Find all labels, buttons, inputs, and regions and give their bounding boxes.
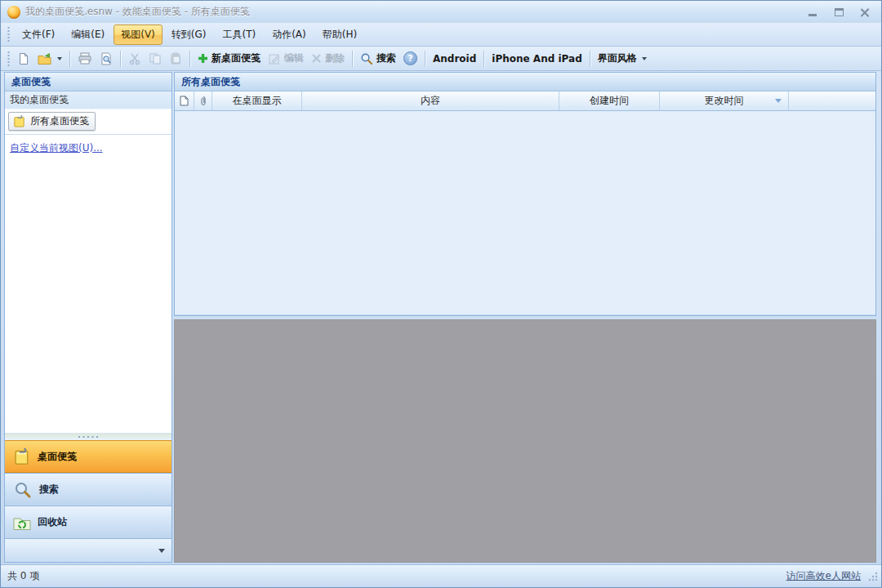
menubar: 文件(F) 编辑(E) 视图(V) 转到(G) 工具(T) 动作(A) 帮助(H… (1, 23, 881, 47)
print-preview-icon (100, 52, 113, 65)
sidebar-item-all-notes[interactable]: 所有桌面便笺 (8, 112, 96, 131)
maximize-button[interactable] (832, 7, 845, 18)
sidebar-header-label: 桌面便笺 (11, 75, 51, 89)
iphone-ipad-button[interactable]: iPhone And iPad (488, 49, 585, 69)
open-dropdown-icon (57, 57, 62, 60)
help-button[interactable] (400, 49, 421, 69)
open-file-button[interactable] (34, 49, 65, 69)
delete-icon (311, 53, 322, 64)
nav-recycle-bin-label: 回收站 (38, 515, 67, 529)
menu-item-edit[interactable]: 编辑(E) (64, 24, 112, 45)
column-filler (789, 91, 875, 110)
cut-button (125, 49, 145, 69)
titlebar: 我的桌面便笺.esnw - 效能桌面便笺 - 所有桌面便笺 (1, 1, 881, 23)
nav-desktop-notes[interactable]: 桌面便笺 (5, 440, 172, 473)
menu-item-help[interactable]: 帮助(H) (315, 24, 364, 45)
toolbar-separator (483, 51, 484, 67)
sort-descending-icon (775, 99, 782, 103)
menubar-grip[interactable] (7, 27, 11, 42)
minimize-button[interactable] (806, 7, 819, 18)
sidebar-filler (5, 162, 172, 433)
list-header: 所有桌面便笺 (175, 73, 875, 91)
nav-search[interactable]: 搜索 (5, 473, 172, 506)
plus-icon (198, 53, 208, 64)
open-folder-icon (38, 52, 52, 65)
list-header-label: 所有桌面便笺 (181, 75, 240, 89)
customize-view-link[interactable]: 自定义当前视图(U)... (10, 142, 103, 154)
column-modified-time[interactable]: 更改时间 (660, 91, 789, 110)
main-panel: 所有桌面便笺 在桌面显示 (174, 72, 876, 563)
copy-icon (149, 52, 162, 65)
print-preview-button[interactable] (96, 49, 116, 69)
window-controls (806, 7, 875, 18)
column-show-on-desktop-label: 在桌面显示 (233, 94, 282, 108)
document-column-icon (180, 96, 189, 106)
app-icon (7, 6, 20, 19)
desktop-notes-icon (13, 448, 31, 466)
column-show-on-desktop[interactable]: 在桌面显示 (212, 91, 302, 110)
note-icon (12, 114, 26, 128)
new-note-button[interactable]: 新桌面便笺 (194, 49, 264, 69)
website-link[interactable]: 访问高效e人网站 (786, 569, 861, 583)
sidebar-group-label: 我的桌面便笺 (10, 93, 69, 107)
column-attachment[interactable] (194, 91, 212, 110)
nav-search-label: 搜索 (39, 483, 59, 497)
nav-recycle-bin[interactable]: 回收站 (5, 506, 172, 538)
close-icon (860, 7, 870, 17)
search-label: 搜索 (376, 51, 396, 65)
edit-note-label: 编辑 (284, 51, 304, 65)
help-icon (403, 51, 417, 65)
delete-note-button: 删除 (308, 49, 348, 69)
toolbar-separator (590, 51, 590, 67)
toolbar-separator (189, 51, 190, 67)
menu-item-actions[interactable]: 动作(A) (265, 24, 314, 45)
nav-options-chevron-icon (158, 549, 165, 553)
edit-note-button: 编辑 (265, 49, 307, 69)
statusbar-right: 访问高效e人网站 (786, 569, 878, 583)
menu-item-view[interactable]: 视图(V) (114, 24, 163, 45)
android-button[interactable]: Android (430, 49, 479, 69)
nav-splitter-handle[interactable] (5, 433, 172, 440)
column-icon[interactable] (175, 91, 194, 110)
nav-desktop-notes-label: 桌面便笺 (38, 450, 77, 464)
resize-grip-icon[interactable] (867, 571, 878, 581)
column-content-label: 内容 (421, 94, 440, 108)
delete-note-label: 删除 (325, 51, 345, 65)
content-area: 桌面便笺 我的桌面便笺 所有桌面便笺 自定义当前视图(U)... (1, 71, 881, 564)
menu-item-file[interactable]: 文件(F) (15, 24, 62, 45)
iphone-ipad-label: iPhone And iPad (492, 53, 581, 65)
menu-item-goto[interactable]: 转到(G) (164, 24, 214, 45)
statusbar: 共 0 项 访问高效e人网站 (1, 564, 881, 587)
new-note-label: 新桌面便笺 (212, 51, 261, 65)
ui-style-dropdown-icon (642, 57, 647, 60)
ui-style-button[interactable]: 界面风格 (595, 49, 650, 69)
items-count: 共 0 项 (7, 569, 39, 583)
column-content[interactable]: 内容 (302, 91, 559, 110)
minimize-icon (808, 14, 817, 16)
recycle-bin-icon (13, 514, 31, 531)
toolbar-separator (425, 51, 425, 67)
search-button[interactable]: 搜索 (357, 49, 399, 69)
sidebar-item-row: 所有桌面便笺 (5, 109, 172, 134)
notes-list-body[interactable] (175, 111, 875, 315)
menu-item-tools[interactable]: 工具(T) (215, 24, 263, 45)
copy-button (145, 49, 165, 69)
table-header-row: 在桌面显示 内容 创建时间 更改时间 (175, 91, 875, 111)
sidebar-group-my-notes: 我的桌面便笺 (5, 91, 172, 109)
column-modified-time-label: 更改时间 (705, 94, 744, 108)
paste-button (166, 49, 185, 69)
ui-style-label: 界面风格 (598, 51, 637, 65)
splitter-dots-icon (78, 435, 99, 439)
sidebar: 桌面便笺 我的桌面便笺 所有桌面便笺 自定义当前视图(U)... (4, 72, 172, 563)
maximize-icon (835, 8, 844, 16)
close-button[interactable] (858, 7, 871, 18)
column-created-time-label: 创建时间 (590, 94, 629, 108)
column-created-time[interactable]: 创建时间 (559, 91, 660, 110)
printer-icon (78, 52, 92, 65)
note-preview-pane (174, 319, 876, 563)
toolbar-grip[interactable] (7, 51, 11, 66)
new-file-button[interactable] (14, 49, 33, 69)
nav-options-bar[interactable] (5, 538, 172, 562)
search-nav-icon (13, 481, 33, 499)
print-button[interactable] (74, 49, 96, 69)
